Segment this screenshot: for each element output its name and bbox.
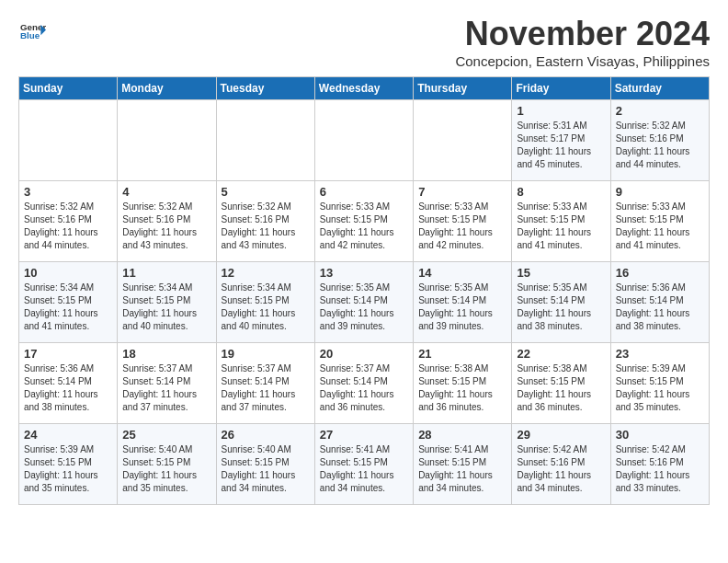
month-title: November 2024 [455,15,710,53]
weekday-header-tuesday: Tuesday [216,77,314,100]
calendar-cell: 26Sunrise: 5:40 AM Sunset: 5:15 PM Dayli… [216,424,314,505]
calendar-cell: 3Sunrise: 5:32 AM Sunset: 5:16 PM Daylig… [19,181,118,262]
day-number: 4 [122,185,210,199]
svg-text:Blue: Blue [20,30,40,40]
weekday-header-thursday: Thursday [414,77,512,100]
day-info: Sunrise: 5:38 AM Sunset: 5:15 PM Dayligh… [418,362,506,414]
calendar-cell: 8Sunrise: 5:33 AM Sunset: 5:15 PM Daylig… [512,181,610,262]
day-info: Sunrise: 5:32 AM Sunset: 5:16 PM Dayligh… [24,201,112,252]
calendar-cell: 14Sunrise: 5:35 AM Sunset: 5:14 PM Dayli… [414,262,512,343]
day-info: Sunrise: 5:41 AM Sunset: 5:15 PM Dayligh… [418,443,506,495]
calendar-cell: 16Sunrise: 5:36 AM Sunset: 5:14 PM Dayli… [610,262,709,343]
calendar-week-2: 3Sunrise: 5:32 AM Sunset: 5:16 PM Daylig… [19,181,710,262]
day-info: Sunrise: 5:40 AM Sunset: 5:15 PM Dayligh… [222,443,310,495]
weekday-header-monday: Monday [118,77,216,100]
calendar-week-5: 24Sunrise: 5:39 AM Sunset: 5:15 PM Dayli… [19,424,710,505]
logo-icon: General Blue [20,18,46,44]
day-info: Sunrise: 5:32 AM Sunset: 5:16 PM Dayligh… [122,201,210,252]
calendar-week-3: 10Sunrise: 5:34 AM Sunset: 5:15 PM Dayli… [19,262,710,343]
day-info: Sunrise: 5:33 AM Sunset: 5:15 PM Dayligh… [616,201,704,252]
day-number: 27 [320,428,408,442]
day-number: 19 [222,347,310,361]
day-info: Sunrise: 5:40 AM Sunset: 5:15 PM Dayligh… [122,443,210,495]
calendar-cell: 10Sunrise: 5:34 AM Sunset: 5:15 PM Dayli… [19,262,118,343]
day-number: 23 [616,347,704,361]
day-number: 29 [517,428,605,442]
calendar-cell: 23Sunrise: 5:39 AM Sunset: 5:15 PM Dayli… [610,343,709,424]
calendar-cell: 1Sunrise: 5:31 AM Sunset: 5:17 PM Daylig… [512,100,610,181]
calendar-cell: 22Sunrise: 5:38 AM Sunset: 5:15 PM Dayli… [512,343,610,424]
calendar-cell: 19Sunrise: 5:37 AM Sunset: 5:14 PM Dayli… [216,343,314,424]
day-info: Sunrise: 5:42 AM Sunset: 5:16 PM Dayligh… [616,443,704,495]
day-info: Sunrise: 5:35 AM Sunset: 5:14 PM Dayligh… [418,282,506,333]
calendar-cell: 24Sunrise: 5:39 AM Sunset: 5:15 PM Dayli… [19,424,118,505]
weekday-header-wednesday: Wednesday [314,77,413,100]
calendar-cell [118,100,216,181]
calendar-cell: 18Sunrise: 5:37 AM Sunset: 5:14 PM Dayli… [118,343,216,424]
calendar-cell: 20Sunrise: 5:37 AM Sunset: 5:14 PM Dayli… [314,343,413,424]
day-info: Sunrise: 5:37 AM Sunset: 5:14 PM Dayligh… [222,362,310,414]
day-number: 15 [517,266,605,280]
weekday-header-sunday: Sunday [19,77,118,100]
day-info: Sunrise: 5:39 AM Sunset: 5:15 PM Dayligh… [616,362,704,414]
day-number: 16 [616,266,704,280]
day-number: 12 [222,266,310,280]
day-info: Sunrise: 5:39 AM Sunset: 5:15 PM Dayligh… [24,443,112,495]
day-info: Sunrise: 5:34 AM Sunset: 5:15 PM Dayligh… [222,282,310,333]
logo: General Blue [18,18,46,48]
day-number: 13 [320,266,408,280]
calendar-cell: 15Sunrise: 5:35 AM Sunset: 5:14 PM Dayli… [512,262,610,343]
calendar-cell: 29Sunrise: 5:42 AM Sunset: 5:16 PM Dayli… [512,424,610,505]
calendar-cell: 28Sunrise: 5:41 AM Sunset: 5:15 PM Dayli… [414,424,512,505]
calendar-cell: 2Sunrise: 5:32 AM Sunset: 5:16 PM Daylig… [610,100,709,181]
day-number: 3 [24,185,112,199]
day-info: Sunrise: 5:34 AM Sunset: 5:15 PM Dayligh… [24,282,112,333]
day-info: Sunrise: 5:33 AM Sunset: 5:15 PM Dayligh… [320,201,408,252]
day-number: 22 [517,347,605,361]
day-number: 24 [24,428,112,442]
calendar-cell [314,100,413,181]
calendar-cell: 21Sunrise: 5:38 AM Sunset: 5:15 PM Dayli… [414,343,512,424]
calendar-cell: 5Sunrise: 5:32 AM Sunset: 5:16 PM Daylig… [216,181,314,262]
header: General Blue November 2024 Concepcion, E… [18,15,710,69]
calendar-week-4: 17Sunrise: 5:36 AM Sunset: 5:14 PM Dayli… [19,343,710,424]
day-number: 7 [418,185,506,199]
day-number: 17 [24,347,112,361]
day-info: Sunrise: 5:32 AM Sunset: 5:16 PM Dayligh… [222,201,310,252]
day-info: Sunrise: 5:37 AM Sunset: 5:14 PM Dayligh… [122,362,210,414]
day-info: Sunrise: 5:32 AM Sunset: 5:16 PM Dayligh… [616,120,704,171]
day-info: Sunrise: 5:36 AM Sunset: 5:14 PM Dayligh… [24,362,112,414]
day-info: Sunrise: 5:35 AM Sunset: 5:14 PM Dayligh… [320,282,408,333]
calendar-cell: 17Sunrise: 5:36 AM Sunset: 5:14 PM Dayli… [19,343,118,424]
calendar-week-1: 1Sunrise: 5:31 AM Sunset: 5:17 PM Daylig… [19,100,710,181]
weekday-header-saturday: Saturday [610,77,709,100]
calendar-cell: 7Sunrise: 5:33 AM Sunset: 5:15 PM Daylig… [414,181,512,262]
day-number: 5 [222,185,310,199]
day-info: Sunrise: 5:33 AM Sunset: 5:15 PM Dayligh… [418,201,506,252]
day-number: 18 [122,347,210,361]
calendar-cell: 25Sunrise: 5:40 AM Sunset: 5:15 PM Dayli… [118,424,216,505]
calendar-body: 1Sunrise: 5:31 AM Sunset: 5:17 PM Daylig… [19,100,710,505]
calendar-cell [414,100,512,181]
calendar-cell [216,100,314,181]
day-info: Sunrise: 5:36 AM Sunset: 5:14 PM Dayligh… [616,282,704,333]
day-number: 20 [320,347,408,361]
day-info: Sunrise: 5:37 AM Sunset: 5:14 PM Dayligh… [320,362,408,414]
day-info: Sunrise: 5:42 AM Sunset: 5:16 PM Dayligh… [517,443,605,495]
day-info: Sunrise: 5:34 AM Sunset: 5:15 PM Dayligh… [122,282,210,333]
location-title: Concepcion, Eastern Visayas, Philippines [455,53,710,69]
calendar-cell [19,100,118,181]
calendar-table: SundayMondayTuesdayWednesdayThursdayFrid… [18,76,710,505]
calendar-header-row: SundayMondayTuesdayWednesdayThursdayFrid… [19,77,710,100]
day-number: 1 [517,104,605,118]
day-number: 28 [418,428,506,442]
day-info: Sunrise: 5:41 AM Sunset: 5:15 PM Dayligh… [320,443,408,495]
calendar-cell: 11Sunrise: 5:34 AM Sunset: 5:15 PM Dayli… [118,262,216,343]
day-number: 21 [418,347,506,361]
calendar-cell: 12Sunrise: 5:34 AM Sunset: 5:15 PM Dayli… [216,262,314,343]
day-number: 30 [616,428,704,442]
weekday-header-friday: Friday [512,77,610,100]
day-number: 11 [122,266,210,280]
day-number: 25 [122,428,210,442]
day-number: 14 [418,266,506,280]
